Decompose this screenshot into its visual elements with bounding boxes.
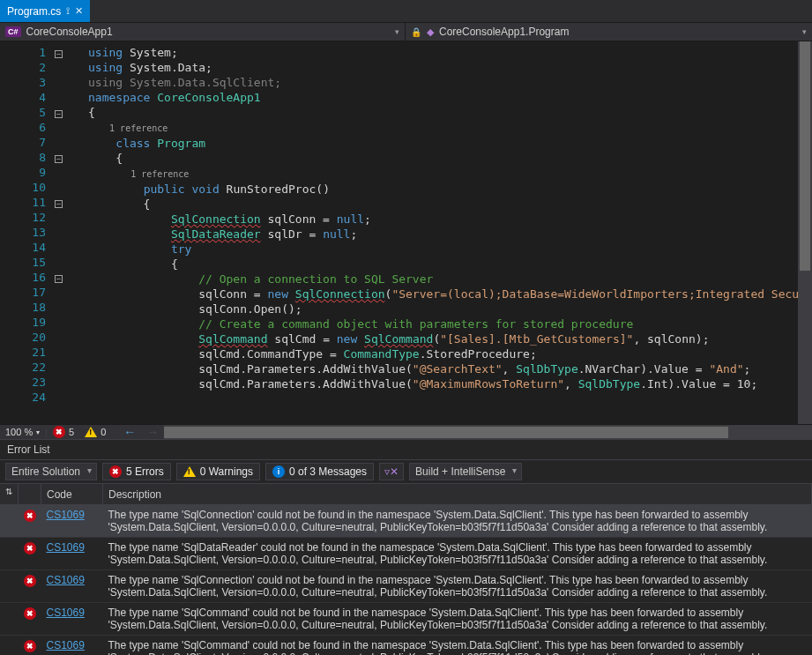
- error-row[interactable]: ✖CS1069The type name 'SqlConnection' cou…: [0, 505, 812, 538]
- chevron-down-icon: ▾: [36, 428, 40, 436]
- clear-filter-button[interactable]: ▿✕: [379, 463, 404, 480]
- error-row[interactable]: ✖CS1069The type name 'SqlCommand' could …: [0, 603, 812, 636]
- messages-filter-button[interactable]: i 0 of 3 Messages: [265, 463, 374, 480]
- panel-title: Error List: [0, 440, 812, 459]
- scope-dropdown[interactable]: Entire Solution: [5, 463, 97, 480]
- editor-status-strip: 100 % ▾ | ✖ 5 0 ← →: [0, 424, 812, 439]
- column-header-code[interactable]: Code: [41, 484, 103, 505]
- error-icon: ✖: [24, 575, 36, 587]
- document-tab-program[interactable]: Program.cs ⟟ ✕: [0, 0, 90, 22]
- warning-icon: [183, 466, 196, 477]
- error-description: The type name 'SqlConnection' could not …: [103, 570, 812, 603]
- document-tab-well: Program.cs ⟟ ✕: [0, 0, 812, 22]
- nav-forward-button[interactable]: →: [141, 425, 164, 439]
- chevron-down-icon: ▾: [395, 27, 399, 36]
- funnel-icon: ▿✕: [384, 465, 399, 478]
- column-header-category[interactable]: ⇅: [0, 484, 19, 505]
- navigation-bar: C# CoreConsoleApp1 ▾ 🔒 ◆ CoreConsoleApp1…: [0, 22, 812, 41]
- column-header-icon[interactable]: [19, 484, 41, 505]
- info-icon: i: [272, 465, 285, 478]
- scrollbar-thumb[interactable]: [164, 427, 728, 438]
- error-icon: ✖: [24, 510, 36, 522]
- csharp-icon: C#: [5, 26, 21, 37]
- error-code-link[interactable]: CS1069: [47, 509, 85, 521]
- pin-icon[interactable]: ⟟: [66, 5, 70, 17]
- close-icon[interactable]: ✕: [75, 5, 83, 17]
- source-dropdown[interactable]: Build + IntelliSense: [409, 463, 522, 480]
- nav-project-dropdown[interactable]: C# CoreConsoleApp1 ▾: [0, 23, 406, 41]
- error-code-link[interactable]: CS1069: [47, 639, 85, 651]
- error-code-link[interactable]: CS1069: [47, 574, 85, 586]
- vertical-scrollbar[interactable]: [798, 41, 812, 424]
- error-icon: ✖: [24, 640, 36, 652]
- error-description: The type name 'SqlCommand' could not be …: [103, 636, 812, 656]
- error-list-panel: Error List Entire Solution ✖ 5 Errors 0 …: [0, 439, 812, 655]
- nav-member-dropdown[interactable]: 🔒 ◆ CoreConsoleApp1.Program ▾: [406, 23, 812, 41]
- error-description: The type name 'SqlDataReader' could not …: [103, 538, 812, 570]
- code-area[interactable]: using System;using System.Data;using Sys…: [88, 41, 812, 424]
- warning-icon: [85, 427, 97, 437]
- horizontal-scrollbar[interactable]: [164, 425, 812, 440]
- class-icon: ◆: [427, 26, 434, 38]
- zoom-dropdown[interactable]: 100 % ▾: [0, 427, 45, 437]
- warning-count-indicator[interactable]: 0: [79, 427, 111, 437]
- tab-filename: Program.cs: [7, 5, 61, 18]
- error-description: The type name 'SqlConnection' could not …: [103, 505, 812, 538]
- error-icon: ✖: [24, 542, 36, 555]
- error-list-table: ⇅ Code Description ✖CS1069The type name …: [0, 484, 812, 655]
- errors-filter-button[interactable]: ✖ 5 Errors: [102, 463, 171, 480]
- column-header-description[interactable]: Description: [103, 484, 812, 505]
- error-icon: ✖: [24, 607, 36, 620]
- warning-count: 0: [101, 427, 106, 437]
- scrollbar-thumb[interactable]: [800, 41, 810, 271]
- error-description: The type name 'SqlCommand' could not be …: [103, 603, 812, 636]
- nav-project-label: CoreConsoleApp1: [26, 26, 113, 38]
- error-row[interactable]: ✖CS1069The type name 'SqlConnection' cou…: [0, 570, 812, 603]
- outlining-gutter[interactable]: − − − − −: [53, 41, 88, 424]
- error-row[interactable]: ✖CS1069The type name 'SqlDataReader' cou…: [0, 538, 812, 570]
- error-code-link[interactable]: CS1069: [47, 607, 85, 619]
- nav-back-button[interactable]: ←: [118, 425, 141, 439]
- code-editor[interactable]: 123456789101112131415161718192021222324 …: [0, 41, 812, 424]
- error-icon: ✖: [109, 465, 122, 478]
- zoom-value: 100 %: [5, 427, 33, 437]
- nav-member-label: CoreConsoleApp1.Program: [439, 26, 569, 38]
- warnings-filter-button[interactable]: 0 Warnings: [176, 463, 260, 480]
- line-number-gutter: 123456789101112131415161718192021222324: [0, 41, 53, 424]
- lock-icon: 🔒: [411, 27, 421, 37]
- error-row[interactable]: ✖CS1069The type name 'SqlCommand' could …: [0, 636, 812, 656]
- error-code-link[interactable]: CS1069: [47, 541, 85, 554]
- chevron-down-icon: ▾: [802, 27, 807, 36]
- error-list-toolbar: Entire Solution ✖ 5 Errors 0 Warnings i …: [0, 459, 812, 484]
